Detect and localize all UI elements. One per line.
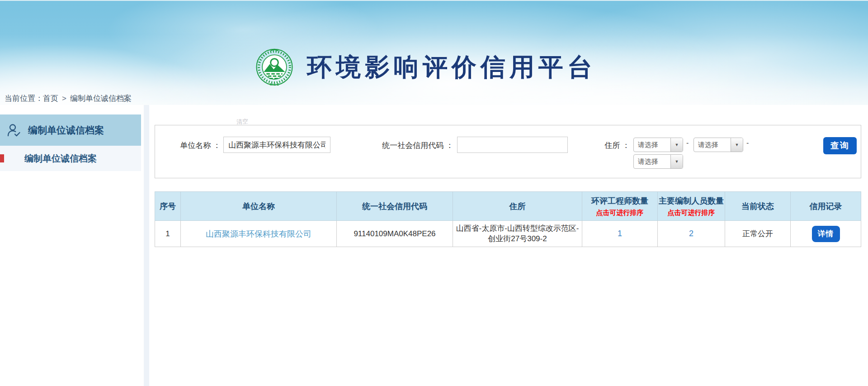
- sidebar: 编制单位诚信档案 编制单位诚信档案: [0, 105, 141, 386]
- cell-credit-code: 91140109MA0K48PE26: [337, 221, 453, 247]
- breadcrumb: 当前位置：首页>编制单位诚信档案: [5, 93, 132, 104]
- col-seq: 序号: [155, 192, 181, 221]
- col-editor-count-label: 主要编制人员数量: [659, 195, 724, 206]
- breadcrumb-current: 编制单位诚信档案: [70, 94, 132, 103]
- col-engineer-count-sortable[interactable]: 环评工程师数量 点击可进行排序: [582, 192, 658, 221]
- chevron-down-icon: ▼: [670, 155, 683, 168]
- page: M E E 环境影响评价信用平台 当前位置：首页>编制单位诚信档案 编制单位诚信…: [0, 0, 868, 386]
- company-name-label: 单位名称 ：: [155, 140, 221, 151]
- breadcrumb-home-link[interactable]: 首页: [43, 94, 58, 103]
- sidebar-content-divider: [144, 105, 149, 386]
- address-label: 住所 ：: [585, 140, 630, 151]
- pagination-remnant: [603, 384, 618, 386]
- cell-seq: 1: [155, 221, 181, 247]
- sidebar-header-unit-credit-archive[interactable]: 编制单位诚信档案: [0, 114, 141, 146]
- breadcrumb-separator: >: [62, 94, 66, 103]
- cell-status: 正常公开: [725, 221, 791, 247]
- search-form: 单位名称 ： 统一社会信用代码 ： 住所 ： 请选择 ▼ - 请选择 ▼ - 请…: [155, 125, 861, 178]
- address-district-select[interactable]: 请选择 ▼: [633, 154, 683, 169]
- header-banner: M E E 环境影响评价信用平台: [0, 0, 868, 105]
- address-dash: -: [746, 139, 749, 147]
- address-dash: -: [686, 139, 689, 147]
- cell-editor-count: 2: [658, 221, 725, 247]
- col-credit-record: 信用记录: [791, 192, 861, 221]
- table-header-row: 序号 单位名称 统一社会信用代码 住所 环评工程师数量 点击可进行排序 主要编制…: [155, 192, 861, 221]
- col-company-name: 单位名称: [181, 192, 337, 221]
- site-title: 环境影响评价信用平台: [307, 51, 596, 84]
- credit-code-input[interactable]: [457, 137, 568, 153]
- search-button[interactable]: 查询: [823, 137, 857, 154]
- chevron-down-icon: ▼: [670, 138, 683, 152]
- cell-credit-record: 详情: [791, 221, 861, 247]
- address-province-select[interactable]: 请选择 ▼: [633, 138, 683, 152]
- editor-count-link[interactable]: 2: [689, 229, 693, 238]
- user-check-icon: [7, 123, 21, 138]
- sort-hint: 点击可进行排序: [583, 209, 656, 217]
- col-credit-code: 统一社会信用代码: [337, 192, 453, 221]
- col-editor-count-sortable[interactable]: 主要编制人员数量 点击可进行排序: [658, 192, 725, 221]
- table-row: 1 山西聚源丰环保科技有限公司 91140109MA0K48PE26 山西省-太…: [155, 221, 861, 247]
- sidebar-item-unit-credit-archive[interactable]: 编制单位诚信档案: [0, 146, 141, 171]
- chevron-down-icon: ▼: [731, 138, 743, 152]
- breadcrumb-label: 当前位置：: [5, 94, 43, 103]
- address-city-select[interactable]: 请选择 ▼: [693, 138, 743, 152]
- active-item-marker: [0, 154, 4, 162]
- sort-hint: 点击可进行排序: [659, 209, 724, 217]
- result-table: 序号 单位名称 统一社会信用代码 住所 环评工程师数量 点击可进行排序 主要编制…: [155, 191, 861, 247]
- col-status: 当前状态: [725, 192, 791, 221]
- cell-address: 山西省-太原市-山西转型综改示范区-创业街27号309-2: [453, 221, 582, 247]
- mee-logo-icon: M E E: [255, 48, 293, 87]
- address-city-value: 请选择: [694, 138, 731, 152]
- cell-company-name: 山西聚源丰环保科技有限公司: [181, 221, 337, 247]
- sidebar-header-label: 编制单位诚信档案: [28, 124, 104, 137]
- content-area: 清空 单位名称 ： 统一社会信用代码 ： 住所 ： 请选择 ▼ - 请选择 ▼ …: [149, 105, 868, 386]
- credit-code-label: 统一社会信用代码 ：: [354, 140, 453, 151]
- col-engineer-count-label: 环评工程师数量: [583, 195, 656, 206]
- logo-text: M E E: [270, 82, 279, 86]
- engineer-count-link[interactable]: 1: [618, 229, 622, 238]
- col-address: 住所: [453, 192, 582, 221]
- cell-engineer-count: 1: [582, 221, 658, 247]
- address-district-value: 请选择: [634, 155, 670, 168]
- company-name-link[interactable]: 山西聚源丰环保科技有限公司: [206, 229, 311, 238]
- sidebar-item-label: 编制单位诚信档案: [24, 152, 97, 165]
- brand: M E E 环境影响评价信用平台: [0, 48, 860, 87]
- address-province-value: 请选择: [634, 138, 670, 152]
- company-name-input[interactable]: [223, 137, 330, 153]
- detail-button[interactable]: 详情: [812, 226, 840, 242]
